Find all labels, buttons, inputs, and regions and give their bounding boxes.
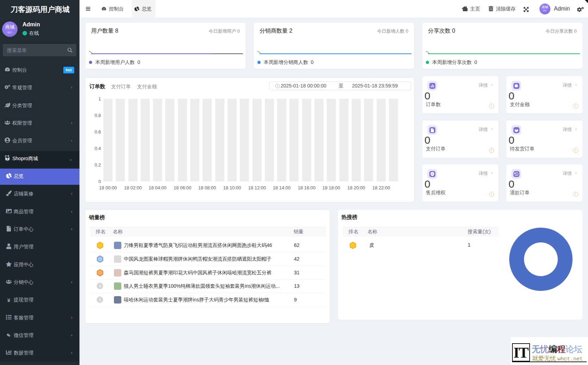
svg-text:5: 5: [99, 298, 101, 302]
svg-text:4: 4: [99, 284, 101, 288]
svg-text:¥: ¥: [516, 173, 517, 175]
